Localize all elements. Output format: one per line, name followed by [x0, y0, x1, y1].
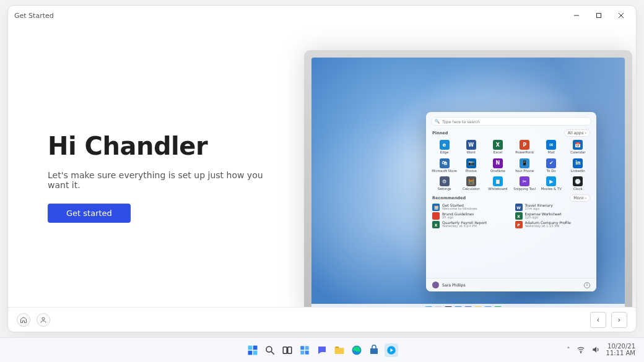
- recommended-label: Recommended: [432, 196, 466, 200]
- hero-laptop-illustration: 🔍 Type here to search Pinned All apps › …: [304, 50, 632, 307]
- tray-chevron-icon[interactable]: ˄: [567, 347, 570, 353]
- app-icon: 📱: [520, 158, 529, 168]
- svg-rect-6: [253, 345, 258, 350]
- close-button[interactable]: [610, 6, 632, 25]
- pinned-app[interactable]: inLinkedIn: [565, 157, 591, 175]
- inner-start-menu: 🔍 Type here to search Pinned All apps › …: [426, 112, 596, 291]
- search-icon: 🔍: [435, 119, 440, 124]
- app-icon: ⚙: [440, 176, 450, 186]
- pinned-app[interactable]: 📷Photos: [458, 157, 484, 175]
- home-button[interactable]: [17, 313, 30, 327]
- pinned-app[interactable]: WWord: [458, 139, 484, 156]
- page-subheading: Let's make sure everything is set up jus…: [48, 170, 283, 190]
- app-icon: ✉: [546, 140, 556, 150]
- svg-rect-1: [597, 14, 601, 18]
- inner-start-icon[interactable]: [425, 306, 432, 307]
- window-footer: ‹ ›: [8, 307, 636, 332]
- prev-page-button[interactable]: ‹: [590, 312, 606, 328]
- recommended-item[interactable]: 🪟Get StartedWelcome to Windows: [432, 204, 508, 211]
- wifi-icon[interactable]: [577, 345, 585, 355]
- pinned-app[interactable]: ⚙Settings: [431, 175, 458, 192]
- task-view-icon[interactable]: [281, 343, 294, 357]
- chat-icon[interactable]: [315, 343, 329, 357]
- pinned-app[interactable]: ✉Mail: [538, 139, 565, 156]
- app-label: OneNote: [490, 170, 505, 173]
- all-apps-button[interactable]: All apps ›: [564, 129, 590, 137]
- account-button[interactable]: [37, 313, 50, 327]
- start-icon[interactable]: [246, 343, 259, 357]
- get-started-taskbar-icon[interactable]: [385, 343, 398, 357]
- titlebar: Get Started: [8, 6, 636, 25]
- recommended-item[interactable]: XExpense Worksheet12h ago: [515, 212, 591, 220]
- pinned-app[interactable]: NOneNote: [484, 157, 511, 175]
- file-icon: 🪟: [432, 204, 440, 211]
- pinned-app[interactable]: PPowerPoint: [511, 139, 538, 156]
- pinned-app[interactable]: 🕑Clock: [565, 175, 591, 192]
- file-icon: [432, 212, 440, 220]
- pinned-app[interactable]: 📋Whiteboard: [484, 175, 511, 192]
- svg-rect-16: [305, 350, 309, 354]
- inner-user-name[interactable]: Sara Phillips: [442, 283, 466, 287]
- search-icon[interactable]: [263, 343, 277, 357]
- app-label: Calendar: [570, 151, 585, 155]
- file-icon: W: [515, 204, 523, 211]
- recommended-item[interactable]: WTravel Itinerary17m ago: [515, 204, 591, 211]
- pinned-app[interactable]: XExcel: [484, 139, 511, 156]
- app-label: Movies & TV: [541, 187, 562, 191]
- minimize-button[interactable]: [565, 6, 588, 25]
- app-label: Photos: [466, 170, 477, 173]
- widgets-icon[interactable]: [298, 343, 311, 357]
- more-button[interactable]: More ›: [570, 194, 590, 202]
- app-label: PowerPoint: [515, 151, 534, 155]
- maximize-button[interactable]: [588, 6, 610, 25]
- rec-sub: 17m ago: [525, 207, 553, 211]
- svg-rect-15: [300, 350, 304, 354]
- app-icon: 📅: [573, 140, 583, 150]
- app-icon: 🧮: [466, 176, 476, 186]
- store-icon[interactable]: [367, 343, 381, 357]
- app-icon: 🕑: [573, 176, 583, 186]
- app-icon: 📋: [493, 176, 503, 186]
- file-explorer-icon[interactable]: [333, 343, 346, 357]
- hero-screen: 🔍 Type here to search Pinned All apps › …: [311, 58, 625, 307]
- inner-search-placeholder: Type here to search: [442, 119, 480, 124]
- pinned-app[interactable]: 📅Calendar: [565, 139, 591, 156]
- svg-rect-11: [283, 347, 287, 353]
- get-started-button[interactable]: Get started: [48, 204, 131, 223]
- svg-rect-7: [248, 350, 253, 355]
- edge-icon[interactable]: [350, 343, 363, 357]
- svg-rect-8: [253, 350, 258, 355]
- file-icon: X: [515, 212, 523, 220]
- pinned-app[interactable]: ✔To Do: [538, 157, 565, 175]
- recommended-item[interactable]: PAdatum Company ProfileYesterday at 1:15…: [515, 221, 591, 228]
- system-clock[interactable]: 10/20/21 11:11 AM: [606, 343, 635, 356]
- app-icon: N: [493, 158, 503, 168]
- pinned-app[interactable]: eEdge: [431, 139, 458, 156]
- next-page-button[interactable]: ›: [611, 312, 627, 328]
- rec-sub: Yesterday at 4:24 PM: [442, 225, 487, 228]
- recommended-item[interactable]: Brand Guidelines2h ago: [432, 212, 508, 220]
- pinned-app[interactable]: 🧮Calculator: [458, 175, 484, 192]
- power-button-icon[interactable]: [584, 282, 590, 288]
- svg-line-10: [271, 351, 274, 355]
- svg-rect-12: [288, 347, 292, 353]
- app-icon: 🛍: [440, 158, 450, 168]
- pinned-app[interactable]: 📱Your Phone: [511, 157, 538, 175]
- app-icon: X: [493, 140, 503, 150]
- app-label: Mail: [548, 151, 555, 155]
- recommended-item[interactable]: XQuarterly Payroll ReportYesterday at 4:…: [432, 221, 508, 228]
- rec-sub: 12h ago: [525, 216, 562, 220]
- app-label: Clock: [573, 187, 583, 191]
- volume-icon[interactable]: [591, 345, 600, 355]
- pinned-app[interactable]: ✂Snipping Tool: [511, 175, 538, 192]
- get-started-window: Get Started Hi Chandler Let's make sure …: [7, 5, 637, 332]
- window-title: Get Started: [14, 12, 54, 20]
- svg-rect-5: [248, 345, 253, 350]
- app-label: Settings: [438, 187, 451, 191]
- file-icon: P: [515, 221, 523, 228]
- pinned-app[interactable]: ▶Movies & TV: [538, 175, 565, 192]
- app-label: Snipping Tool: [513, 187, 536, 191]
- rec-sub: 2h ago: [442, 216, 474, 220]
- inner-search-box[interactable]: 🔍 Type here to search: [431, 117, 591, 126]
- pinned-app[interactable]: 🛍Microsoft Store: [431, 157, 458, 175]
